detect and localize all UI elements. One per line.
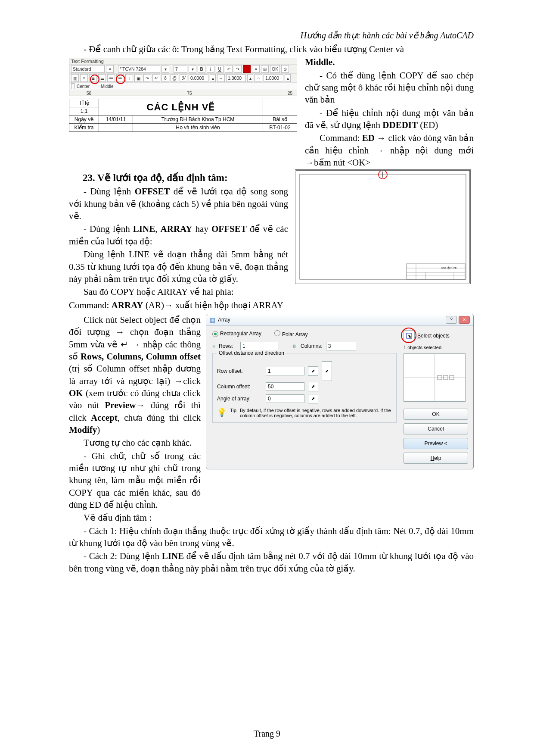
status-center: Center [77,84,90,89]
p-command-array: Command: ARRAY (AR)→ xuất hiện hộp thoại… [69,299,288,311]
cell-student: Họ và tên sinh viên [133,124,263,132]
columns-input[interactable] [326,342,356,350]
page-footer: Trang 9 [0,729,534,739]
p-similar: Tương tự cho các cạnh khác. [69,437,201,449]
ruler-icon[interactable]: ⊞ [261,65,269,73]
text-formatting-toolbar: Text Formatting Standard▾ ᵀTCVN 7284▾ 7▾… [69,58,297,96]
empty-cell [263,99,297,116]
pick-both-icon[interactable]: ⬈ [322,361,332,381]
p-select-object: Click nút Select object để chọn đối tượn… [69,314,201,436]
field-icon[interactable]: ▣ [134,74,142,82]
cell-check-lbl: Kiểm tra [69,124,99,132]
justify-middle-icon[interactable]: ☰ [98,74,106,82]
tiny-title: các lệnh vẽ [441,266,456,270]
column-offset-input[interactable] [266,382,304,391]
rectangular-array-radio[interactable]: Rectangular Array [212,331,261,337]
column-offset-label: Column offset: [217,384,262,390]
width-field[interactable]: 1.0000 [264,74,283,82]
bold-button[interactable]: B [198,65,205,73]
overline-icon[interactable]: ō [161,74,169,82]
tip-text: By default, if the row offset is negativ… [240,408,392,418]
p1-text: - Để canh chữ giữa các ô: Trong bảng Tex… [84,44,404,54]
undo-icon[interactable]: ↶ [225,65,233,73]
cell-date-val: 14/01/11 [99,116,133,124]
spinner-icon[interactable]: ▴ [247,74,253,82]
cancel-button[interactable]: Cancel [404,423,468,434]
ok-button[interactable]: OK [404,409,468,420]
justify-center-icon[interactable]: ≣ [89,74,97,82]
cell-drawing-no: BT-01-02 [263,124,297,132]
p-offset: - Dùng lệnh OFFSET để vẽ lưới tọa độ son… [69,185,288,222]
p-cach1: - Cách 1: Hiệu chỉnh đoạn thẳng thuộc tr… [69,525,474,550]
dropdown-icon[interactable]: ▾ [189,65,196,73]
linespacing-icon[interactable]: ↕ [125,74,133,82]
options-icon[interactable]: ⊙ [281,65,289,73]
cell-date-lbl: Ngày vẽ [69,116,99,124]
offset-section: Offset distance and direction Row offset… [212,353,397,423]
drawing-title: CÁC LỆNH VẼ [99,99,263,116]
underline-button[interactable]: U [216,65,224,73]
tracking-icon[interactable]: ↔ [217,74,225,82]
angle-label: Angle of array: [217,396,262,402]
status-middle: Middle [101,84,113,89]
help-button[interactable]: HelpHelp [404,453,468,464]
row-offset-input[interactable] [266,367,304,375]
size-select[interactable]: 7 [174,65,187,73]
pick-point-icon[interactable]: ⬈ [308,382,318,391]
ok-button[interactable]: OK [270,65,280,73]
rows-input[interactable] [240,342,279,350]
lowercase-icon[interactable]: Aᴬ [152,74,160,82]
rows-icon: ≡ [212,343,215,349]
align-btl-icon[interactable]: ≡ [80,74,88,82]
ruler-mark: 50 [87,91,91,96]
highlight-circle-icon [401,328,416,343]
close-window-icon[interactable]: ✕ [459,316,470,324]
pick-angle-icon[interactable]: ⬈ [308,394,318,403]
select-objects-label: SSelect objectselect objects [417,333,450,339]
heading-23: 23. Vẽ lưới tọa độ, dấu định tâm: [83,172,288,184]
array-icon: ▦ [210,316,215,323]
help-window-icon[interactable]: ? [446,316,457,324]
cell-scale: 1:1 [69,107,99,116]
empty-cell [99,124,133,132]
tip-label: Tip [230,408,236,418]
array-dialog: ▦ Array ? ✕ Rectangular Array Polar Arra… [206,314,474,469]
spinner-icon[interactable]: ▴ [285,74,291,82]
uppercase-icon[interactable]: ᴬA [143,74,151,82]
dropdown-icon[interactable]: ▾ [106,65,114,73]
oblique-field[interactable]: 0.0000 [189,74,208,82]
oblique-icon[interactable]: 0/ [180,74,187,82]
bullets-icon[interactable]: ≔ [107,74,115,82]
drawing-frame-preview: các lệnh vẽ [295,169,471,284]
columns-icon[interactable]: ▥ [71,74,79,82]
pick-point-icon[interactable]: ⬈ [308,366,318,376]
angle-input[interactable] [266,394,304,403]
p-middle: Middle. [305,56,474,68]
italic-button[interactable]: I [207,65,214,73]
p-copy: - Có thể dùng lệnh COPY để sao chép chữ … [305,69,474,106]
columns-icon: ⫼ [292,343,297,349]
p-line-array: - Dùng lệnh LINE, ARRAY hay OFFSET để vẽ… [69,223,288,247]
p-labels: - Ghi chữ, chữ số trong các miền tương t… [69,450,201,511]
p-centermark: Vẽ dấu định tâm : [69,512,201,524]
tip-bulb-icon: 💡 [217,408,227,418]
section-label: Offset distance and direction [217,350,286,356]
spinner-icon[interactable]: ▴ [210,74,216,82]
preview-button[interactable]: Preview < [404,438,468,449]
tracking-field[interactable]: 1.0000 [226,74,246,82]
ruler: 50 75 25 [69,90,297,96]
array-preview [404,353,466,402]
font-select[interactable]: ᵀTCVN 7284 [118,65,160,73]
dropdown-icon[interactable]: ▾ [161,65,169,73]
color-icon[interactable] [243,65,251,73]
width-icon[interactable]: ○ [255,74,262,82]
cell-tile: Tỉ lệ [69,99,99,107]
redo-icon[interactable]: ↷ [234,65,242,73]
para-center: - Để canh chữ giữa các ô: Trong bảng Tex… [69,43,474,55]
numbering-icon[interactable]: ≕ [116,74,124,82]
style-select[interactable]: Standard [71,65,105,73]
dropdown-icon[interactable]: ▾ [252,65,260,73]
symbol-icon[interactable]: @ [171,74,178,82]
polar-array-radio[interactable]: Polar Array [274,330,307,337]
dialog-title: Array [218,317,230,323]
